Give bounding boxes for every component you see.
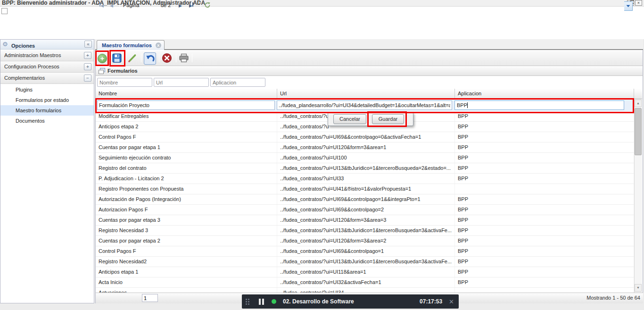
save-edit-button[interactable]: Guardar	[372, 114, 404, 124]
table-row[interactable]: Registro Proponentes con Propuesta ../fu…	[96, 184, 634, 194]
toolbar-separator	[159, 54, 159, 62]
table-row[interactable]: Autorización de Pagos (Integración) ../f…	[96, 194, 634, 205]
scroll-thumb[interactable]	[635, 108, 642, 155]
save-icon	[112, 53, 122, 63]
tab-close-icon[interactable]: x	[156, 42, 161, 48]
table-row[interactable]: Control Pagos F ../fudea_contratos/?ui=U…	[96, 132, 634, 142]
cell-nombre: Acta Inicio	[96, 277, 277, 287]
drag-handle-icon[interactable]	[246, 299, 252, 305]
next-page-button[interactable]: ▶	[179, 2, 182, 9]
cell-url: ../fudea_contratos/?ui=UI69&&controlpago…	[277, 194, 455, 204]
table-row[interactable]: Cuentas por pagar etapa 1 ../fudea_contr…	[96, 142, 634, 153]
edit-confirm-popup: Cancelar Guardar	[328, 112, 413, 126]
filter-url-input[interactable]	[154, 78, 209, 87]
paging-status: Mostrando 1 - 50 de 64	[586, 295, 640, 301]
column-header-url[interactable]: Url	[277, 89, 455, 99]
save-button[interactable]	[112, 53, 123, 64]
cancel-icon	[162, 53, 172, 63]
grid-panel-title: Formularios	[107, 67, 138, 75]
grid-header: Nombre Url Aplicacion	[96, 89, 642, 99]
combo-dropdown-trigger[interactable]	[624, 1, 633, 11]
undo-icon	[145, 53, 155, 64]
table-row[interactable]: Cuentas por pagar etapa 3 ../fudea_contr…	[96, 215, 634, 226]
refresh-button[interactable]	[204, 2, 211, 9]
undo-button[interactable]	[144, 52, 156, 65]
text-cursor	[467, 102, 468, 108]
cell-url: ../fudea_contratos/?ui=UI13&tbJuridico=1…	[277, 226, 455, 235]
edit-aplicacion-combobox[interactable]: BPP	[454, 101, 624, 110]
print-button[interactable]	[179, 53, 190, 65]
table-row[interactable]: Registro Necesidad 3 ../fudea_contratos/…	[96, 226, 634, 236]
tab-maestro-formularios[interactable]: Maestro formularios x	[97, 40, 165, 50]
cancel-edit-button[interactable]: Cancelar	[333, 114, 366, 124]
window-titlebar: BPP: Bienvenido administrador - ADA_IMPL…	[0, 0, 644, 7]
table-row[interactable]: Anticipos etapa 1 ../fudea_contratos/?ui…	[96, 267, 634, 277]
pause-icon	[259, 299, 261, 305]
cell-url: ../fudea_contratos/?ui=UI33	[277, 174, 455, 184]
close-window-button[interactable]: ×	[635, 0, 642, 6]
expand-plus-icon[interactable]: +	[84, 52, 91, 59]
cell-url: ../fudea_contratos/?ui=UI69&&controlpago…	[277, 205, 455, 215]
column-header-nombre[interactable]: Nombre	[96, 89, 277, 99]
cell-nombre: Anticipos etapa 1	[96, 267, 277, 277]
cell-nombre: Seguimiento ejecución contrato	[96, 153, 277, 163]
table-row[interactable]: Acta Inicio ../fudea_contratos/?ui=UI32&…	[96, 277, 634, 288]
table-row[interactable]: Actuaciones ../fudea_contratos/?ui=UI34	[96, 288, 634, 293]
cell-nombre: Control Pagos F	[96, 246, 277, 256]
edit-nombre-input[interactable]	[97, 101, 275, 110]
filter-aplicacion-input[interactable]	[210, 78, 265, 87]
gear-icon: ⚙	[2, 41, 8, 47]
column-header-aplicacion[interactable]: Aplicacion	[455, 89, 634, 99]
sidebar-collapse-button[interactable]: «	[84, 41, 92, 48]
collapse-minus-icon[interactable]: −	[84, 75, 91, 82]
table-row[interactable]: P. Adjudicacion - Licitacion 2 ../fudea_…	[96, 174, 634, 184]
table-row[interactable]: Seguimiento ejecución contrato ../fudea_…	[96, 153, 634, 163]
page-number-input[interactable]	[142, 294, 158, 302]
pause-button[interactable]	[259, 299, 264, 305]
prev-page-icon: ◀	[110, 3, 113, 8]
edit-url-input[interactable]	[277, 101, 452, 110]
prev-page-button[interactable]: ◀	[110, 2, 113, 9]
edit-button[interactable]	[127, 53, 138, 64]
cell-url: ../fudea_contratos/?ui=UI32&activaFecha=…	[277, 277, 455, 287]
scroll-up-button[interactable]: ▲	[635, 100, 642, 107]
toolbar	[96, 51, 643, 66]
cell-nombre: Cuentas por pagar etapa 2	[96, 236, 277, 246]
sidebar-section-configuracion-procesos[interactable]: Configuracion Procesos +	[0, 61, 94, 73]
tracker-task-label: 02. Desarrollo de Software	[283, 298, 354, 305]
cell-aplicacion: BPP	[455, 111, 634, 121]
table-row[interactable]: Registro del contrato ../fudea_contratos…	[96, 163, 634, 174]
cancel-button[interactable]	[162, 53, 173, 64]
sidebar-item-maestro-formularios[interactable]: Maestro formularios	[0, 105, 94, 116]
sidebar-title: Opciones	[11, 41, 35, 50]
cell-nombre: Registro Proponentes con Propuesta	[96, 184, 277, 194]
cell-nombre: Registro del contrato	[96, 163, 277, 173]
cell-url: ../fudea_contratos/?ui=UI34	[277, 288, 455, 293]
cell-aplicacion: BPP	[455, 215, 634, 225]
tracker-close-button[interactable]: ✕	[449, 298, 454, 305]
cell-url: ../fudea_contratos/?ui=UI13&tbJuridico=1…	[277, 163, 455, 173]
table-row[interactable]: Cuentas por pagar etapa 2 ../fudea_contr…	[96, 236, 634, 246]
table-row[interactable]: Control Pagos F ../fudea_contratos/?ui=U…	[96, 246, 634, 257]
add-icon: +	[98, 54, 107, 63]
sidebar-section-administracion-maestros[interactable]: Administracion Maestros +	[0, 50, 94, 61]
last-page-button[interactable]: ▶	[189, 2, 193, 9]
scroll-down-button[interactable]: ▼	[635, 284, 642, 292]
sidebar-item-formularios-por-estado[interactable]: Formularios por estado	[0, 95, 94, 105]
add-button[interactable]: +	[97, 53, 108, 64]
table-row[interactable]: Autorizacion Pagos F ../fudea_contratos/…	[96, 205, 634, 215]
cell-aplicacion: BPP	[455, 132, 634, 142]
sidebar-section-complementarios[interactable]: Complementarios −	[0, 73, 94, 84]
cell-aplicacion: BPP	[455, 122, 634, 132]
stray-checkbox[interactable]	[1, 8, 8, 14]
forms-stack-icon	[99, 68, 106, 75]
cell-aplicacion	[455, 184, 634, 194]
expand-plus-icon[interactable]: +	[84, 63, 91, 70]
filter-nombre-input[interactable]	[97, 78, 152, 87]
recording-dot-icon	[272, 299, 276, 304]
sidebar-item-documentos[interactable]: Documentos	[0, 116, 94, 126]
first-page-button[interactable]: ◀	[99, 2, 104, 9]
table-row[interactable]: Registro Necesidad2 ../fudea_contratos/?…	[96, 257, 634, 267]
sidebar-item-plugins[interactable]: Plugins	[0, 84, 94, 95]
cell-url: ../fudea_contratos/?ui=UI120&form=3&area…	[277, 142, 455, 152]
